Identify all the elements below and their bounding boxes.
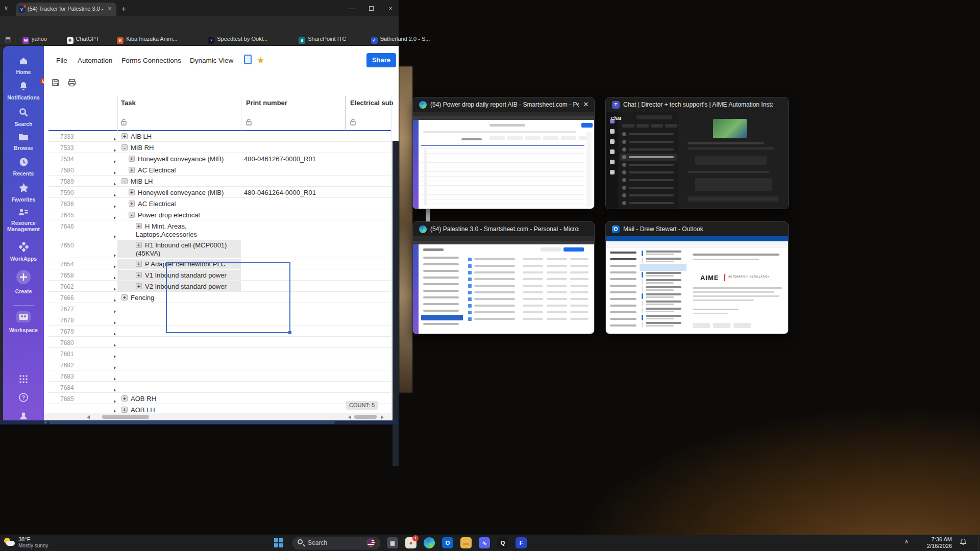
expand-icon[interactable]: + <box>136 242 142 248</box>
table-row[interactable]: 7590+Honeywell conveyance (MIB)480-04612… <box>48 187 391 198</box>
table-row[interactable]: 7685+AOB RH <box>48 393 391 404</box>
tab-close-icon[interactable]: × <box>106 5 113 12</box>
phone-link-icon[interactable]: ●1 <box>405 537 416 548</box>
sidebar-item-favorites[interactable]: Favorites <box>3 183 44 203</box>
window-thumbnail-1[interactable]: (54) Power drop daily report AIB - Smart… <box>412 97 595 209</box>
expand-icon[interactable]: + <box>129 156 135 162</box>
bookmark-item[interactable]: sSharePoint ITC <box>299 36 346 44</box>
task-cell[interactable]: -MIB RH <box>117 142 241 153</box>
expand-icon[interactable]: + <box>121 395 128 402</box>
file-explorer-icon[interactable]: ▣ <box>387 537 398 548</box>
window-thumbnail-4[interactable]: OMail - Drew Stewart - OutlookAIMEAUTOMA… <box>605 221 789 334</box>
table-row[interactable]: 7681 <box>48 348 391 359</box>
task-cell[interactable]: +AIB LH <box>117 131 241 141</box>
sidebar-item-workapps[interactable]: WorkApps <box>3 242 44 262</box>
tray-chevron-up-icon[interactable]: ∧ <box>904 538 909 545</box>
table-row[interactable]: 7683 <box>48 371 391 382</box>
selection-handle[interactable] <box>288 331 291 334</box>
sidebar-apps-grid-button[interactable] <box>3 374 44 386</box>
share-button[interactable]: Share <box>366 53 396 67</box>
task-cell[interactable]: +AC Electrical <box>117 198 241 209</box>
table-row[interactable]: 7645-Power drop electrical <box>48 210 391 220</box>
window-thumbnail-2[interactable]: TChat | Director + tech support's | AIME… <box>605 97 789 209</box>
menu-file[interactable]: File <box>56 57 67 64</box>
bookmark-item[interactable]: ◔Speedtest by Ookl... <box>208 36 267 44</box>
menu-forms[interactable]: Forms <box>121 57 141 64</box>
edge-icon[interactable] <box>424 537 435 548</box>
table-row[interactable]: +AOB LH <box>48 405 391 413</box>
collapse-icon[interactable]: - <box>121 144 128 151</box>
expand-icon[interactable]: + <box>136 283 142 289</box>
sidebar-item-recents[interactable]: Recents <box>3 157 44 177</box>
table-row[interactable]: 7533-MIB RH <box>48 142 391 153</box>
table-row[interactable]: 7650+R1 Inbound cell (MCP0001) (45KVA) <box>48 240 391 258</box>
table-row[interactable]: 7534+Honeywell conveyance (MIB)480-04612… <box>48 154 391 164</box>
folder-icon[interactable]: ▬ <box>460 537 472 548</box>
sidebar-help-button[interactable]: ? <box>3 393 44 404</box>
horizontal-scrollbar-right-pane[interactable] <box>354 415 377 419</box>
sidebar-item-search[interactable]: Search <box>3 107 44 127</box>
thumbnail-close-icon[interactable]: ✕ <box>582 101 590 108</box>
task-cell[interactable]: +R1 Inbound cell (MCP0001) (45KVA) <box>117 240 241 258</box>
sidebar-item-create[interactable]: Create <box>3 269 44 294</box>
expand-icon[interactable]: + <box>129 189 135 195</box>
taskbar-clock[interactable]: 7:36 AM 2/16/2026 <box>915 536 952 549</box>
scroll-right-arrow-icon[interactable] <box>381 415 384 419</box>
table-row[interactable]: 7333+AIB LH <box>48 131 391 142</box>
task-cell[interactable]: +Honeywell conveyance (MIB) <box>117 187 241 197</box>
expand-icon[interactable]: + <box>121 133 128 139</box>
table-row[interactable]: 7636+AC Electrical <box>48 198 391 209</box>
sidebar-item-workspace[interactable]: Workspace <box>3 310 44 333</box>
task-cell[interactable]: +AOB RH <box>117 393 241 404</box>
reading-list-icon[interactable]: ▤ <box>5 36 11 43</box>
table-row[interactable]: 7684 <box>48 382 391 393</box>
expand-icon[interactable]: + <box>121 294 128 300</box>
table-row[interactable]: 7682 <box>48 360 391 370</box>
task-cell[interactable]: +Honeywell conveyance (MIB) <box>117 154 241 164</box>
expand-icon[interactable]: + <box>136 272 142 278</box>
window-thumbnail-3[interactable]: (54) Palestine 3.0 - Smartsheet.com - Pe… <box>412 221 595 334</box>
sidebar-item-home[interactable]: Home <box>3 56 44 75</box>
page-right-scroll-rail[interactable] <box>393 141 399 466</box>
minimize-button[interactable]: — <box>344 3 359 14</box>
sidebar-item-notifications[interactable]: 54Notifications <box>3 82 44 101</box>
favorite-sheet-star-icon[interactable]: ★ <box>257 55 264 66</box>
column-header-print-number[interactable]: Print number <box>246 99 287 107</box>
table-row[interactable]: 7589-MIB LH <box>48 176 391 187</box>
maximize-button[interactable] <box>363 3 379 14</box>
browser-scroll-left-arrow-icon[interactable] <box>44 421 46 424</box>
start-button[interactable] <box>274 538 283 547</box>
browser-horizontal-scroll-thumb[interactable] <box>49 421 335 424</box>
task-cell[interactable]: +AOB LH <box>117 405 241 413</box>
outlook-icon[interactable]: O <box>442 537 453 548</box>
collapse-icon[interactable]: - <box>129 212 135 218</box>
print-icon[interactable] <box>67 78 77 89</box>
task-cell[interactable]: -Power drop electrical <box>117 210 241 220</box>
close-button[interactable]: × <box>383 3 398 14</box>
sidebar-item-browse[interactable]: Browse <box>3 133 44 151</box>
f1-app-icon[interactable]: F <box>516 537 527 548</box>
sidebar-item-resource-management[interactable]: Resource Management <box>3 208 44 232</box>
horizontal-scrollbar-left-pane[interactable] <box>102 415 149 419</box>
new-tab-button[interactable]: + <box>121 4 126 13</box>
dynamic-view-icon[interactable] <box>244 55 252 64</box>
print-number-cell[interactable]: 480-0461264-0000_R01 <box>244 189 341 196</box>
expand-icon[interactable]: + <box>129 201 135 207</box>
tab-search-chevron-icon[interactable]: ∨ <box>4 5 8 11</box>
bookmark-item[interactable]: KKiba Inuzuka Anim... <box>117 36 177 44</box>
menu-connections[interactable]: Connections <box>143 57 181 64</box>
collapse-icon[interactable]: - <box>121 178 128 184</box>
browser-tab[interactable]: v (54) Tracker for Palestine 3.0 - Sma × <box>16 3 116 16</box>
task-cell[interactable]: +H Mint. Areas, Laptops,Accessories <box>117 221 241 239</box>
table-row[interactable]: 7580+AC Electrical <box>48 165 391 176</box>
discord-icon[interactable]: ∿ <box>479 537 490 548</box>
menu-automation[interactable]: Automation <box>78 57 112 64</box>
scroll-left-arrow-icon[interactable] <box>87 415 90 419</box>
expand-icon[interactable]: + <box>136 261 142 267</box>
expand-icon[interactable]: + <box>129 167 135 173</box>
q-app-icon[interactable]: Q <box>497 537 508 548</box>
show-desktop-button[interactable] <box>978 535 978 551</box>
column-header-task[interactable]: Task <box>121 99 136 107</box>
task-cell[interactable]: -MIB LH <box>117 176 241 186</box>
bookmark-item[interactable]: ✉yahoo <box>22 36 47 44</box>
